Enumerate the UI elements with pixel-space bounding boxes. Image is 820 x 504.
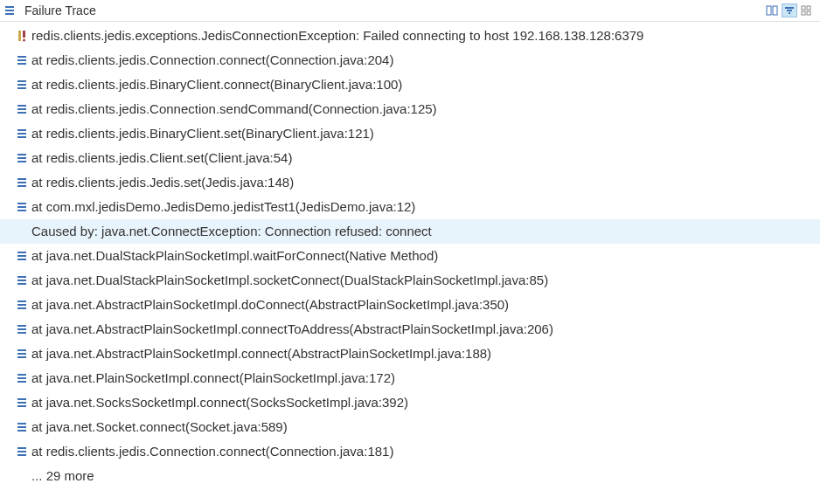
- trace-row[interactable]: at redis.clients.jedis.Connection.connec…: [0, 439, 820, 464]
- trace-text: at redis.clients.jedis.Connection.connec…: [31, 50, 393, 71]
- svg-rect-21: [17, 105, 26, 107]
- svg-rect-47: [17, 332, 26, 334]
- svg-rect-8: [802, 6, 805, 10]
- svg-rect-57: [17, 423, 26, 425]
- svg-rect-18: [17, 80, 26, 82]
- trace-row[interactable]: at java.net.SocksSocketImpl.connect(Sock…: [0, 390, 820, 415]
- svg-rect-29: [17, 161, 26, 162]
- filter-button[interactable]: [782, 3, 797, 17]
- svg-rect-43: [17, 304, 26, 306]
- blank-icon: [16, 225, 28, 238]
- stack-icon: [16, 397, 28, 409]
- stack-icon: [16, 274, 28, 287]
- svg-rect-56: [17, 405, 26, 407]
- stack-icon: [3, 4, 16, 17]
- trace-row[interactable]: at java.net.AbstractPlainSocketImpl.conn…: [0, 342, 820, 366]
- trace-text: at java.net.AbstractPlainSocketImpl.doCo…: [31, 294, 509, 315]
- trace-row[interactable]: Caused by: java.net.ConnectException: Co…: [0, 219, 820, 244]
- svg-rect-37: [17, 255, 26, 257]
- stack-icon: [16, 54, 28, 66]
- svg-rect-26: [17, 136, 26, 138]
- svg-rect-45: [17, 325, 26, 327]
- trace-text: at redis.clients.jedis.Jedis.set(Jedis.j…: [31, 172, 294, 193]
- svg-rect-6: [787, 10, 792, 11]
- stack-icon: [16, 201, 28, 213]
- svg-rect-58: [17, 426, 26, 428]
- svg-rect-38: [17, 259, 26, 260]
- header-left: Failure Trace: [3, 3, 96, 17]
- trace-more[interactable]: ... 29 more: [0, 464, 820, 488]
- svg-rect-52: [17, 377, 26, 379]
- svg-rect-48: [17, 349, 26, 351]
- svg-rect-42: [17, 300, 26, 302]
- svg-point-14: [23, 39, 25, 42]
- svg-rect-22: [17, 108, 26, 110]
- svg-rect-31: [17, 182, 26, 183]
- stack-icon: [16, 176, 28, 189]
- svg-rect-4: [773, 6, 777, 15]
- svg-rect-35: [17, 210, 26, 211]
- svg-rect-12: [18, 31, 21, 41]
- stack-icon: [16, 348, 28, 360]
- svg-rect-32: [17, 185, 26, 187]
- svg-rect-39: [17, 276, 26, 278]
- svg-rect-17: [17, 63, 26, 65]
- trace-row[interactable]: at redis.clients.jedis.Jedis.set(Jedis.j…: [0, 170, 820, 195]
- svg-rect-59: [17, 430, 26, 432]
- svg-rect-30: [17, 178, 26, 180]
- svg-rect-28: [17, 157, 26, 159]
- stack-icon: [16, 128, 28, 140]
- trace-row[interactable]: at redis.clients.jedis.BinaryClient.set(…: [0, 121, 820, 146]
- svg-rect-60: [17, 447, 26, 449]
- trace-row[interactable]: at java.net.PlainSocketImpl.connect(Plai…: [0, 366, 820, 390]
- stack-icon: [16, 79, 28, 91]
- svg-rect-3: [767, 6, 771, 15]
- svg-rect-13: [23, 31, 25, 38]
- trace-row[interactable]: at redis.clients.jedis.Connection.connec…: [0, 48, 820, 72]
- trace-row[interactable]: at redis.clients.jedis.BinaryClient.conn…: [0, 72, 820, 97]
- svg-rect-15: [17, 56, 26, 58]
- svg-rect-10: [802, 11, 805, 15]
- trace-row[interactable]: at redis.clients.jedis.Connection.sendCo…: [0, 97, 820, 121]
- svg-rect-53: [17, 381, 26, 383]
- trace-text: at java.net.AbstractPlainSocketImpl.conn…: [31, 343, 491, 364]
- svg-rect-55: [17, 402, 26, 404]
- svg-rect-46: [17, 328, 26, 330]
- trace-text: Caused by: java.net.ConnectException: Co…: [31, 221, 432, 242]
- svg-rect-0: [5, 6, 14, 8]
- svg-rect-54: [17, 398, 26, 400]
- frames-button[interactable]: [799, 3, 815, 17]
- trace-text: at redis.clients.jedis.BinaryClient.conn…: [31, 74, 402, 95]
- trace-row[interactable]: at redis.clients.jedis.Client.set(Client…: [0, 146, 820, 170]
- svg-rect-9: [807, 6, 810, 10]
- svg-rect-20: [17, 87, 26, 89]
- trace-text: at java.net.DualStackPlainSocketImpl.wai…: [31, 245, 438, 266]
- svg-rect-50: [17, 356, 26, 358]
- trace-row[interactable]: at java.net.AbstractPlainSocketImpl.doCo…: [0, 293, 820, 317]
- trace-row[interactable]: at java.net.DualStackPlainSocketImpl.wai…: [0, 244, 820, 268]
- stack-icon: [16, 152, 28, 164]
- exception-icon: [16, 30, 28, 42]
- svg-rect-11: [807, 11, 810, 15]
- trace-text: at redis.clients.jedis.Connection.sendCo…: [31, 99, 437, 120]
- stack-icon: [16, 103, 28, 115]
- trace-row[interactable]: at java.net.DualStackPlainSocketImpl.soc…: [0, 268, 820, 293]
- compare-button[interactable]: [764, 3, 780, 17]
- svg-rect-40: [17, 280, 26, 281]
- svg-rect-36: [17, 252, 26, 253]
- trace-row[interactable]: at java.net.AbstractPlainSocketImpl.conn…: [0, 317, 820, 342]
- svg-rect-34: [17, 206, 26, 208]
- trace-text: at redis.clients.jedis.BinaryClient.set(…: [31, 123, 374, 144]
- trace-row[interactable]: at com.mxl.jedisDemo.JedisDemo.jedistTes…: [0, 195, 820, 219]
- trace-text: redis.clients.jedis.exceptions.JedisConn…: [31, 25, 643, 46]
- stack-icon: [16, 421, 28, 433]
- svg-rect-41: [17, 283, 26, 285]
- trace-row[interactable]: at java.net.Socket.connect(Socket.java:5…: [0, 415, 820, 439]
- panel-header: Failure Trace: [0, 0, 820, 22]
- svg-rect-7: [789, 12, 790, 14]
- svg-rect-27: [17, 154, 26, 155]
- trace-list: redis.clients.jedis.exceptions.JedisConn…: [0, 22, 820, 488]
- trace-row[interactable]: redis.clients.jedis.exceptions.JedisConn…: [0, 24, 820, 48]
- trace-text: at java.net.SocksSocketImpl.connect(Sock…: [31, 392, 408, 413]
- svg-rect-5: [785, 7, 794, 9]
